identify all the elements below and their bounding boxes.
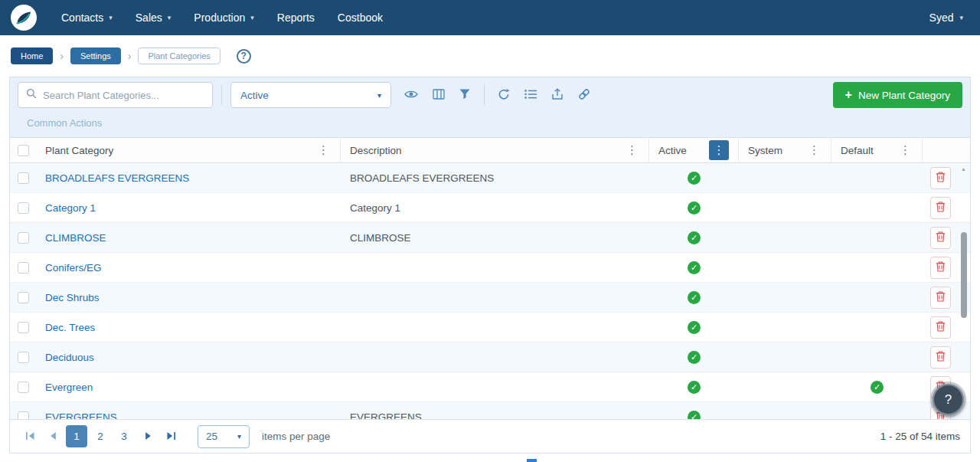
column-menu-icon[interactable]: ⋮ [316,143,331,157]
chevron-down-icon: ▾ [377,91,381,100]
link-button[interactable] [577,87,592,104]
user-menu[interactable]: Syed ▾ [929,11,969,24]
plant-category-link[interactable]: Conifers/EG [45,262,102,274]
visibility-button[interactable] [403,88,420,103]
page-button-1[interactable]: 1 [66,425,87,447]
chevron-down-icon: ▾ [109,14,113,21]
plant-category-link[interactable]: CLIMBROSE [45,232,106,244]
page-button-2[interactable]: 2 [90,425,111,447]
active-check-icon: ✓ [688,321,701,334]
refresh-icon [498,88,510,103]
nav-item-sales[interactable]: Sales▾ [136,11,172,24]
nav-item-label: Costbook [338,11,383,24]
vertical-scrollbar[interactable]: ▲ [960,165,968,418]
row-checkbox[interactable] [18,202,29,214]
table-row: Dec. Trees ✓ ✓ [10,313,970,342]
trash-icon [936,321,946,334]
row-checkbox[interactable] [18,232,29,244]
filter-button[interactable] [458,87,472,103]
scrollbar-thumb[interactable] [961,232,967,318]
columns-button[interactable] [431,87,446,103]
page-button-3[interactable]: 3 [113,425,135,447]
row-checkbox[interactable] [18,292,29,303]
funnel-icon [459,89,470,102]
chevron-down-icon: ▾ [250,14,254,21]
column-header-active: Active [658,145,687,156]
row-checkbox[interactable] [18,352,29,363]
row-checkbox[interactable] [18,262,29,274]
nav-menu: Contacts▾Sales▾Production▾ReportsCostboo… [61,11,383,24]
common-actions-toggle[interactable]: Common Actions [18,108,108,129]
trash-icon [936,202,946,215]
row-checkbox[interactable] [18,382,29,393]
delete-button[interactable] [930,316,951,339]
status-filter-select[interactable]: Active ▾ [230,82,391,108]
delete-button[interactable] [930,287,951,309]
nav-item-production[interactable]: Production▾ [194,11,253,24]
column-header-plant-category: Plant Category [45,145,113,156]
plant-category-link[interactable]: Dec Shrubs [45,292,100,303]
items-per-page-label: items per page [262,431,330,442]
nav-item-costbook[interactable]: Costbook [338,11,383,24]
table-row: BROADLEAFS EVERGREENS BROADLEAFS EVERGRE… [10,163,970,193]
active-check-icon: ✓ [688,202,701,215]
table-row: Conifers/EG ✓ ✓ [10,253,970,283]
column-menu-icon[interactable]: ⋮ [898,143,913,157]
select-all-checkbox[interactable] [18,145,29,156]
delete-button[interactable] [930,227,951,249]
next-page-button[interactable] [138,427,158,447]
table-body: BROADLEAFS EVERGREENS BROADLEAFS EVERGRE… [10,163,970,419]
plant-category-link[interactable]: Evergreen [45,382,93,393]
delete-button[interactable] [930,346,951,369]
row-checkbox[interactable] [18,172,29,184]
nav-item-contacts[interactable]: Contacts▾ [61,11,113,24]
search-box[interactable] [18,82,213,108]
breadcrumb-settings-button[interactable]: Settings [70,48,121,64]
row-checkbox[interactable] [18,322,29,333]
breadcrumb-home-button[interactable]: Home [11,48,53,64]
search-input[interactable] [43,90,204,101]
delete-button[interactable] [930,197,951,219]
table-row: Evergreen ✓ ✓ [10,372,970,402]
plant-category-link[interactable]: EVERGREENS [45,411,117,420]
column-menu-icon-active[interactable]: ⋮ [709,140,729,160]
leaf-logo-icon [11,20,37,33]
page-size-select[interactable]: 25 ▾ [198,425,250,448]
list-view-button[interactable] [523,87,538,103]
help-icon[interactable]: ? [237,49,251,64]
plant-category-link[interactable]: Deciduous [45,352,94,363]
row-description: CLIMBROSE [341,232,649,244]
table-header: Plant Category ⋮ Description ⋮ Active ⋮ … [10,137,970,163]
row-checkbox[interactable] [18,411,29,420]
plant-category-link[interactable]: Dec. Trees [45,322,95,333]
last-page-button[interactable] [161,427,181,447]
app-logo[interactable] [11,5,37,31]
row-description: EVERGREENS [341,411,649,420]
nav-item-reports[interactable]: Reports [277,11,315,24]
active-check-icon: ✓ [688,231,701,244]
new-plant-category-button[interactable]: + New Plant Category [833,82,962,108]
pagination-bar: 123 25 ▾ items per page 1 - 25 of 54 ite… [10,419,970,453]
export-icon [551,88,564,103]
refresh-button[interactable] [496,87,511,104]
prev-page-button[interactable] [43,427,63,447]
column-menu-icon[interactable]: ⋮ [625,143,639,157]
table-row: Dec Shrubs ✓ ✓ [10,283,970,313]
content-card: Active ▾ [9,77,971,454]
user-name: Syed [929,11,954,24]
export-button[interactable] [550,87,565,104]
first-page-button[interactable] [20,427,40,447]
column-header-default: Default [841,145,874,156]
plant-category-link[interactable]: BROADLEAFS EVERGREENS [45,172,189,184]
plus-icon: + [845,89,852,101]
eye-icon [404,90,418,101]
plant-category-link[interactable]: Category 1 [45,202,96,214]
delete-button[interactable] [930,167,951,189]
column-menu-icon[interactable]: ⋮ [807,143,822,157]
delete-button[interactable] [930,257,951,279]
toolbar-row: Active ▾ [18,82,962,108]
status-filter-value: Active [240,90,269,101]
scroll-up-icon[interactable]: ▲ [961,166,966,172]
active-check-icon: ✓ [688,351,701,364]
help-fab-button[interactable]: ? [933,384,964,415]
